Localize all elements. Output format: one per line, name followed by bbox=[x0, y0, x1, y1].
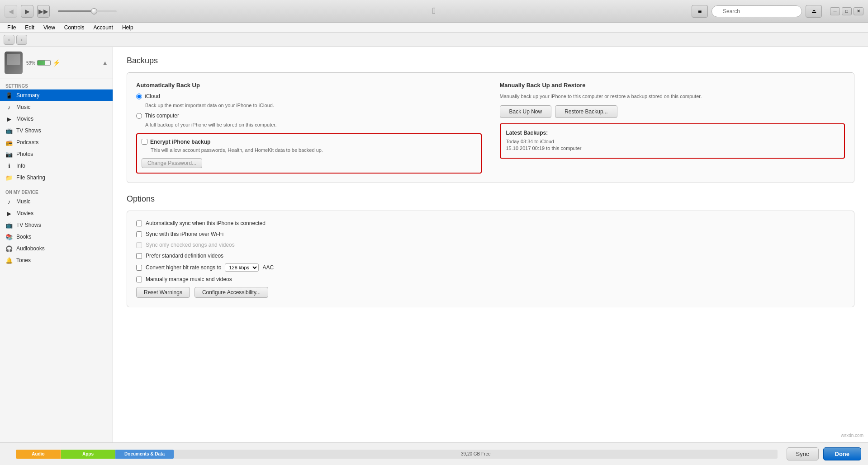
search-input[interactable] bbox=[711, 5, 802, 17]
encrypt-row: Encrypt iPhone backup bbox=[142, 139, 476, 145]
computer-desc: A full backup of your iPhone will be sto… bbox=[145, 122, 482, 128]
sidebar-item-audiobooks-device[interactable]: 🎧 Audiobooks bbox=[0, 243, 113, 254]
battery-percentage: 59% bbox=[26, 61, 35, 66]
std-def-row: Prefer standard definition videos bbox=[136, 253, 845, 259]
checked-songs-label: Sync only checked songs and videos bbox=[146, 242, 235, 248]
menu-controls[interactable]: Controls bbox=[61, 23, 88, 32]
icloud-radio-option[interactable]: iCloud bbox=[136, 93, 482, 99]
sidebar-item-photos-label: Photos bbox=[16, 151, 33, 157]
sidebar-item-movies-label: Movies bbox=[16, 116, 33, 122]
sidebar-item-podcasts[interactable]: 📻 Podcasts bbox=[0, 136, 113, 148]
wifi-sync-row: Sync with this iPhone over Wi-Fi bbox=[136, 231, 845, 237]
audiobooks-device-icon: 🎧 bbox=[5, 245, 13, 252]
playback-controls: ◀ ▶ ▶▶ bbox=[5, 5, 117, 18]
menu-edit[interactable]: Edit bbox=[21, 23, 38, 32]
higher-bit-rate-row: Convert higher bit rate songs to 128 kbp… bbox=[136, 263, 845, 272]
encrypt-box: Encrypt iPhone backup This will allow ac… bbox=[136, 133, 482, 174]
sidebar-item-movies[interactable]: ▶ Movies bbox=[0, 113, 113, 125]
wifi-sync-checkbox[interactable] bbox=[136, 231, 142, 237]
sidebar-item-tv-shows[interactable]: 📺 TV Shows bbox=[0, 125, 113, 136]
done-button[interactable]: Done bbox=[823, 447, 862, 460]
manage-label: Manually manage music and videos bbox=[146, 276, 232, 282]
title-bar-right: ≡ 🔍 ⏏ ─ □ ✕ bbox=[692, 5, 863, 18]
charging-icon: ⚡ bbox=[52, 59, 60, 66]
menu-account[interactable]: Account bbox=[90, 23, 117, 32]
collapse-arrow-icon[interactable]: ▲ bbox=[102, 59, 108, 66]
configure-accessibility-button[interactable]: Configure Accessibility... bbox=[194, 287, 268, 298]
icloud-label: iCloud bbox=[145, 93, 160, 99]
change-password-button[interactable]: Change Password... bbox=[142, 158, 202, 168]
sync-button[interactable]: Sync bbox=[787, 447, 819, 460]
menu-help[interactable]: Help bbox=[119, 23, 137, 32]
movies-device-icon: ▶ bbox=[5, 210, 13, 217]
auto-sync-label: Automatically sync when this iPhone is c… bbox=[146, 220, 266, 226]
encrypt-checkbox[interactable] bbox=[142, 139, 147, 145]
icloud-radio[interactable] bbox=[136, 94, 142, 99]
content-area: Backups Automatically Back Up iCloud Bac… bbox=[113, 47, 868, 465]
photos-icon: 📷 bbox=[5, 150, 13, 158]
sidebar: 59% ⚡ ▲ Settings 📱 Summary ♪ Music bbox=[0, 47, 113, 465]
sidebar-item-photos[interactable]: 📷 Photos bbox=[0, 148, 113, 160]
sidebar-item-tv-label: TV Shows bbox=[16, 127, 41, 134]
search-wrapper: 🔍 bbox=[711, 5, 802, 17]
info-icon: ℹ bbox=[5, 162, 13, 169]
sidebar-item-movies-device[interactable]: ▶ Movies bbox=[0, 207, 113, 219]
auto-sync-checkbox[interactable] bbox=[136, 221, 142, 226]
close-button[interactable]: ✕ bbox=[854, 7, 863, 15]
options-panel: Automatically sync when this iPhone is c… bbox=[127, 211, 854, 307]
back-button[interactable]: ◀ bbox=[5, 5, 17, 18]
sidebar-item-music[interactable]: ♪ Music bbox=[0, 101, 113, 113]
std-def-checkbox[interactable] bbox=[136, 253, 142, 259]
sidebar-item-tv-device[interactable]: 📺 TV Shows bbox=[0, 219, 113, 231]
sidebar-item-summary[interactable]: 📱 Summary bbox=[0, 89, 113, 101]
encrypt-desc: This will allow account passwords, Healt… bbox=[151, 147, 476, 154]
backup-action-buttons: Back Up Now Restore Backup... bbox=[500, 105, 845, 118]
eject-button[interactable]: ⏏ bbox=[806, 5, 822, 18]
reset-warnings-button[interactable]: Reset Warnings bbox=[136, 287, 190, 298]
forward-button[interactable]: ▶▶ bbox=[37, 5, 50, 18]
tv-device-icon: 📺 bbox=[5, 221, 13, 229]
sidebar-item-file-sharing-label: File Sharing bbox=[16, 174, 45, 181]
docs-segment: Documents & Data bbox=[115, 450, 174, 459]
list-view-button[interactable]: ≡ bbox=[692, 5, 708, 18]
nav-forward-button[interactable]: › bbox=[16, 35, 27, 45]
manual-backup-desc: Manually back up your iPhone to this com… bbox=[500, 93, 845, 100]
sidebar-item-podcasts-label: Podcasts bbox=[16, 139, 38, 146]
audio-segment: Audio bbox=[16, 450, 61, 459]
play-button[interactable]: ▶ bbox=[21, 5, 33, 18]
nav-back-button[interactable]: ‹ bbox=[4, 35, 14, 45]
restore-button[interactable]: □ bbox=[842, 7, 852, 15]
menu-file[interactable]: File bbox=[4, 23, 19, 32]
back-up-now-button[interactable]: Back Up Now bbox=[500, 105, 552, 118]
manual-backup-col: Manually Back Up and Restore Manually ba… bbox=[500, 82, 845, 174]
sidebar-item-audiobooks-device-label: Audiobooks bbox=[16, 245, 45, 252]
storage-bar: Audio Apps Documents & Data 39,20 GB Fre… bbox=[16, 450, 778, 459]
watermark: wsxdn.com bbox=[841, 433, 863, 438]
sidebar-item-movies-device-label: Movies bbox=[16, 210, 33, 216]
restore-backup-button[interactable]: Restore Backup... bbox=[555, 105, 617, 118]
minimize-button[interactable]: ─ bbox=[830, 7, 840, 15]
option-action-buttons: Reset Warnings Configure Accessibility..… bbox=[136, 287, 845, 298]
sidebar-item-books-device[interactable]: 📚 Books bbox=[0, 231, 113, 243]
auto-sync-row: Automatically sync when this iPhone is c… bbox=[136, 220, 845, 226]
auto-backup-title: Automatically Back Up bbox=[136, 82, 482, 89]
higher-bit-rate-checkbox[interactable] bbox=[136, 265, 142, 271]
bitrate-select[interactable]: 128 kbps bbox=[225, 263, 259, 272]
sidebar-item-music-device[interactable]: ♪ Music bbox=[0, 196, 113, 207]
checked-songs-checkbox[interactable] bbox=[136, 242, 142, 248]
sidebar-on-device-section: On My Device ♪ Music ▶ Movies 📺 TV Shows… bbox=[0, 185, 113, 268]
menu-view[interactable]: View bbox=[40, 23, 59, 32]
sidebar-item-tones-device[interactable]: 🔔 Tones bbox=[0, 254, 113, 266]
sidebar-item-summary-label: Summary bbox=[16, 92, 39, 99]
manage-checkbox[interactable] bbox=[136, 277, 142, 282]
file-sharing-icon: 📁 bbox=[5, 174, 13, 181]
books-device-icon: 📚 bbox=[5, 233, 13, 240]
nav-bar: ‹ › bbox=[0, 33, 868, 47]
volume-slider[interactable] bbox=[58, 10, 117, 12]
podcasts-icon: 📻 bbox=[5, 139, 13, 146]
sidebar-item-file-sharing[interactable]: 📁 File Sharing bbox=[0, 172, 113, 183]
sidebar-item-info[interactable]: ℹ Info bbox=[0, 160, 113, 172]
window-controls: ─ □ ✕ bbox=[830, 7, 863, 15]
computer-radio[interactable] bbox=[136, 113, 142, 119]
computer-radio-option[interactable]: This computer bbox=[136, 113, 482, 119]
